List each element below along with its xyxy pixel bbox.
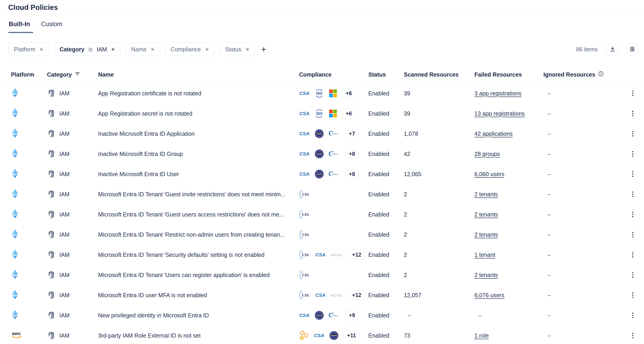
kebab-menu-icon[interactable] (630, 89, 636, 98)
kebab-menu-icon[interactable] (630, 150, 636, 158)
csa-badge-icon: CSA (314, 332, 324, 339)
compliance-more-badge[interactable]: +6 (342, 109, 355, 118)
table-row: aws IAM 3rd-party IAM Role External ID i… (0, 325, 644, 344)
column-header-status: Status (368, 71, 404, 78)
failed-resources-link[interactable]: 1 role (474, 332, 489, 339)
svg-text:HIPAA: HIPAA (332, 314, 338, 317)
remove-filter-icon[interactable]: ✕ (205, 47, 209, 52)
failed-resources-link[interactable]: 2 tenants (474, 211, 498, 218)
cis-badge-icon: CIS. (299, 250, 310, 260)
filter-chip-name[interactable]: Name ✕ (126, 43, 160, 56)
azure-logo-icon (12, 290, 18, 299)
scanned-resources: 2 (404, 211, 474, 218)
filter-chip-platform[interactable]: Platform ✕ (9, 43, 49, 56)
compliance-more-badge[interactable]: +7 (346, 129, 358, 138)
compliance-badges: CIS.CSAACSC+12 (299, 250, 368, 260)
svg-text:CSA: CSA (299, 171, 310, 177)
ignored-resources: – (544, 272, 622, 278)
kebab-menu-icon[interactable] (630, 210, 636, 219)
remove-filter-icon[interactable]: ✕ (40, 47, 44, 52)
columns-icon (629, 46, 636, 53)
table-row: IAM Microsoft Entra ID Tenant 'Users can… (0, 265, 644, 285)
info-icon[interactable] (598, 71, 604, 78)
svg-text:CIS.: CIS. (302, 212, 310, 217)
failed-resources-link[interactable]: 6,076 users (474, 292, 504, 298)
ignored-resources: – (544, 171, 622, 178)
fingerprint-icon (48, 90, 55, 97)
failed-resources: 6,076 users (474, 292, 544, 299)
filter-icon[interactable] (74, 71, 80, 78)
kebab-menu-icon[interactable] (630, 251, 636, 259)
hexagons-badge-icon (299, 330, 309, 340)
kebab-menu-icon[interactable] (630, 170, 636, 178)
status-text: Enabled (368, 332, 404, 339)
remove-filter-icon[interactable]: ✕ (150, 47, 155, 52)
columns-button[interactable] (626, 43, 638, 56)
svg-text:ISO: ISO (316, 112, 322, 116)
category-label: IAM (59, 191, 70, 198)
tab-built-in[interactable]: Built-In (9, 15, 30, 33)
kebab-menu-icon[interactable] (630, 230, 636, 239)
compliance-more-badge[interactable]: +8 (346, 169, 358, 179)
failed-resources-link[interactable]: 28 groups (474, 151, 500, 157)
filter-chip-category[interactable]: Category is IAM ✕ (54, 43, 120, 56)
kebab-menu-icon[interactable] (630, 331, 636, 340)
ignored-resources: – (544, 151, 622, 157)
tab-custom[interactable]: Custom (41, 15, 62, 33)
azure-logo-icon (12, 209, 18, 219)
microsoft-badge-icon (329, 89, 337, 98)
fingerprint-icon (48, 170, 55, 178)
compliance-badges: CIS.CSAACSC+12 (299, 290, 368, 300)
status-text: Enabled (368, 171, 404, 178)
policy-name: New privileged identity in Microsoft Ent… (98, 312, 299, 319)
add-filter-button[interactable]: + (261, 45, 266, 54)
ignored-resources: – (544, 231, 622, 238)
compliance-more-badge[interactable]: +12 (348, 290, 365, 300)
scanned-resources: 2 (404, 272, 474, 278)
filter-chip-status[interactable]: Status ✕ (220, 43, 254, 56)
failed-resources: 2 tenants (474, 272, 544, 278)
svg-text:GDPR: GDPR (332, 334, 336, 337)
compliance-badges: CSAISO+6 (299, 89, 368, 98)
kebab-menu-icon[interactable] (630, 109, 636, 118)
failed-resources-link[interactable]: 2 tenants (474, 272, 498, 278)
compliance-badges: CSAGDPRHIPAA+8 (299, 149, 368, 158)
failed-resources-link[interactable]: 13 app registrations (474, 110, 525, 117)
compliance-more-badge[interactable]: +6 (342, 89, 355, 98)
kebab-menu-icon[interactable] (630, 291, 636, 299)
scanned-resources: 2 (404, 191, 474, 198)
table-row: IAM App Registration secret is not rotat… (0, 103, 644, 124)
compliance-more-badge[interactable]: +12 (348, 250, 365, 259)
failed-resources-link[interactable]: 42 applications (474, 131, 513, 137)
filter-chip-compliance[interactable]: Compliance ✕ (166, 43, 214, 56)
csa-badge-icon: CSA (315, 252, 326, 258)
hipaa-badge-icon: HIPAA (329, 150, 340, 157)
ignored-resources: – (544, 110, 622, 117)
compliance-more-badge[interactable]: +9 (346, 310, 358, 320)
column-header-platform: Platform (11, 71, 47, 78)
download-icon (609, 46, 616, 53)
failed-resources-link[interactable]: 3 app registrations (474, 90, 522, 97)
compliance-more-badge[interactable]: +11 (344, 331, 359, 340)
table-body: IAM App Registration certificate is not … (0, 83, 644, 344)
kebab-menu-icon[interactable] (630, 311, 636, 319)
kebab-menu-icon[interactable] (630, 130, 636, 138)
remove-filter-icon[interactable]: ✕ (246, 47, 250, 52)
kebab-menu-icon[interactable] (630, 190, 636, 198)
category-label: IAM (59, 171, 70, 178)
column-header-failed: Failed Resources (474, 71, 544, 78)
download-button[interactable] (606, 43, 619, 56)
azure-logo-icon (12, 189, 18, 198)
remove-filter-icon[interactable]: ✕ (111, 47, 115, 52)
svg-text:GDPR: GDPR (317, 314, 322, 316)
failed-resources: 13 app registrations (474, 110, 544, 117)
ignored-resources: – (544, 90, 622, 97)
filter-chip-label: Name (131, 46, 146, 53)
kebab-menu-icon[interactable] (630, 271, 636, 279)
failed-resources-link[interactable]: 2 tenants (474, 231, 498, 238)
failed-resources-link[interactable]: 2 tenants (474, 191, 498, 197)
failed-resources-link[interactable]: 6,060 users (474, 171, 504, 177)
compliance-more-badge[interactable]: +8 (346, 149, 358, 158)
failed-resources-link[interactable]: 1 tenant (474, 252, 495, 258)
fingerprint-icon (48, 332, 55, 339)
